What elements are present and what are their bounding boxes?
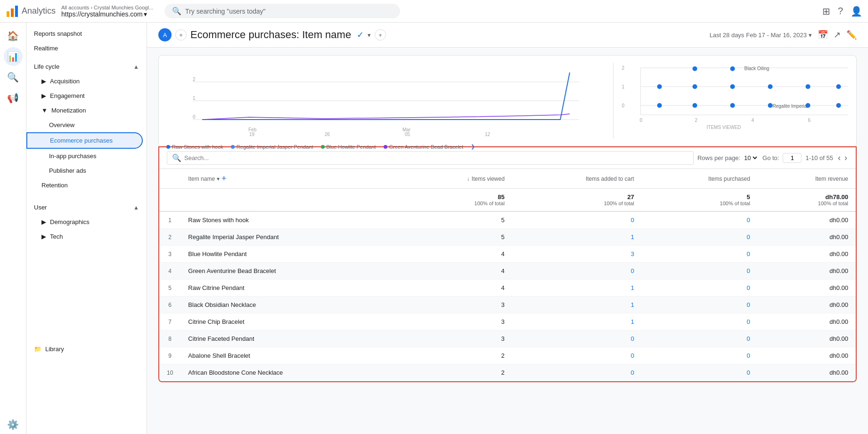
next-page-button[interactable]: ›: [843, 152, 848, 164]
purchased-cell[interactable]: 0: [642, 246, 758, 263]
profile-icon[interactable]: 👤: [851, 6, 862, 17]
data-table: Item name ▾ + ↓ Items viewed: [159, 169, 856, 381]
table-row: 1 Raw Stones with hook 5 0 0 dh0.00: [159, 211, 856, 229]
cart-cell[interactable]: 0: [512, 211, 642, 229]
expand-icon: ▶: [41, 233, 46, 240]
col-item-revenue[interactable]: Item revenue: [758, 169, 856, 189]
legend-more-icon[interactable]: ❯: [471, 144, 475, 150]
legend-item-4: Green Aventurine Bead Bracelet: [384, 144, 464, 150]
viewed-cell: 5: [404, 211, 512, 229]
col-items-viewed[interactable]: ↓ Items viewed: [404, 169, 512, 189]
sidebar-item-ecommerce-purchases[interactable]: Ecommerce purchases: [26, 132, 143, 149]
cart-cell[interactable]: 3: [512, 246, 642, 263]
add-dimension-button[interactable]: +: [221, 174, 227, 184]
edit-icon[interactable]: ✏️: [846, 30, 857, 40]
legend-item-1: Raw Stones with hook: [166, 144, 223, 150]
sidebar-item-in-app-purchases[interactable]: In-app purchases: [26, 149, 143, 163]
sidebar-item-retention[interactable]: Retention: [26, 178, 143, 193]
svg-text:19: 19: [249, 132, 255, 137]
svg-text:05: 05: [405, 132, 410, 137]
date-range-selector[interactable]: Last 28 days Feb 17 - Mar 16, 2023 ▾: [710, 32, 812, 39]
sidebar-item-monetization[interactable]: ▼ Monetization: [26, 103, 143, 118]
viewed-cell: 2: [404, 347, 512, 364]
add-comparison-button[interactable]: +: [375, 29, 386, 40]
search-input[interactable]: [184, 154, 278, 161]
totals-purchased-cell: 5 100% of total: [642, 189, 758, 212]
expand-icon: ▼: [41, 107, 48, 114]
cart-cell[interactable]: 0: [512, 347, 642, 364]
revenue-cell: dh0.00: [758, 211, 856, 229]
chevron-down-icon: ▾: [809, 32, 812, 39]
nav-home-icon[interactable]: 🏠: [4, 26, 23, 45]
table-pagination: Rows per page: 10 25 50 Go to: 1-10 of 5…: [697, 152, 848, 164]
sidebar-item-library[interactable]: 📁 Library: [26, 342, 143, 356]
table-row: 4 Green Aventurine Bead Bracelet 4 0 0 d…: [159, 263, 856, 280]
calendar-icon[interactable]: 📅: [818, 30, 828, 40]
cart-cell[interactable]: 1: [512, 297, 642, 313]
prev-page-button[interactable]: ‹: [837, 152, 842, 164]
col-items-purchased[interactable]: Items purchased: [642, 169, 758, 189]
rank-cell: 3: [159, 246, 180, 263]
sidebar-item-realtime[interactable]: Realtime: [26, 41, 143, 56]
search-bar[interactable]: 🔍 Try searching "users today": [164, 4, 400, 18]
sidebar-item-tech[interactable]: ▶ Tech: [26, 229, 143, 244]
help-icon[interactable]: ?: [838, 6, 843, 16]
purchased-cell[interactable]: 0: [642, 347, 758, 364]
scatter-chart: 2 1 0 0 2 4 6 ITEMS VIEWED: [613, 63, 849, 138]
legend-item-2: Regalite Imperial Jasper Pendant: [231, 144, 313, 150]
purchased-cell[interactable]: 0: [642, 280, 758, 297]
app-logo[interactable]: Analytics: [6, 5, 56, 18]
purchased-cell[interactable]: 0: [642, 211, 758, 229]
totals-rank-cell: [159, 189, 180, 212]
lifecycle-header[interactable]: Life cycle ▲: [26, 59, 147, 74]
nav-reports-icon[interactable]: 📊: [4, 47, 23, 66]
cart-cell[interactable]: 0: [512, 330, 642, 347]
cart-cell[interactable]: 1: [512, 280, 642, 297]
goto-input[interactable]: [783, 153, 802, 163]
scatter-chart-svg: 2 1 0 0 2 4 6 ITEMS VIEWED: [621, 63, 849, 131]
user-section-header[interactable]: User ▲: [26, 200, 147, 215]
grid-icon[interactable]: ⊞: [822, 6, 830, 17]
rows-per-page-select[interactable]: 10 25 50: [742, 154, 759, 162]
avatar: A: [158, 28, 172, 41]
cart-cell[interactable]: 1: [512, 313, 642, 330]
item-name-cell: Citrine Faceted Pendant: [180, 330, 404, 347]
rank-cell: 4: [159, 263, 180, 280]
data-table-container: 🔍 Rows per page: 10 25 50 Go to: 1-10: [158, 146, 857, 382]
sidebar-item-reports-snapshot[interactable]: Reports snapshot: [26, 26, 143, 41]
sidebar-item-demographics[interactable]: ▶ Demographics: [26, 215, 143, 229]
nav-explore-icon[interactable]: 🔍: [4, 68, 23, 87]
purchased-cell[interactable]: 0: [642, 297, 758, 313]
sidebar-item-engagement[interactable]: ▶ Engagement: [26, 88, 143, 103]
col-item-name[interactable]: Item name ▾ +: [180, 169, 404, 189]
verified-icon: ✓: [357, 30, 364, 40]
account-url[interactable]: https://crystalmunchies.com ▾: [61, 10, 153, 18]
purchased-cell[interactable]: 0: [642, 364, 758, 381]
col-items-added-to-cart[interactable]: Items added to cart: [512, 169, 642, 189]
topbar-actions: ⊞ ? 👤: [822, 6, 862, 17]
sidebar-item-publisher-ads[interactable]: Publisher ads: [26, 163, 143, 178]
svg-point-28: [657, 103, 662, 108]
legend-dot-1: [166, 145, 170, 149]
cart-cell[interactable]: 0: [512, 364, 642, 381]
purchased-cell[interactable]: 0: [642, 313, 758, 330]
revenue-cell: dh0.00: [758, 330, 856, 347]
library-icon: 📁: [34, 346, 41, 353]
title-chevron-icon[interactable]: ▾: [368, 32, 371, 39]
share-icon[interactable]: ↗: [834, 30, 841, 40]
svg-point-39: [836, 84, 841, 89]
purchased-cell[interactable]: 0: [642, 263, 758, 280]
table-search-box[interactable]: 🔍: [167, 151, 694, 165]
cart-cell[interactable]: 0: [512, 263, 642, 280]
purchased-cell[interactable]: 0: [642, 229, 758, 246]
legend-dot-4: [384, 145, 387, 149]
purchased-cell[interactable]: 0: [642, 330, 758, 347]
svg-text:2: 2: [695, 118, 698, 123]
nav-advertising-icon[interactable]: 📢: [4, 88, 23, 107]
sidebar-item-overview[interactable]: Overview: [26, 118, 143, 132]
nav-settings-icon[interactable]: ⚙️: [4, 415, 23, 434]
sidebar-item-acquisition[interactable]: ▶ Acquisition: [26, 74, 143, 88]
cart-cell[interactable]: 1: [512, 229, 642, 246]
account-selector[interactable]: All accounts › Crystal Munchies Googl...…: [61, 5, 153, 18]
add-segment-button[interactable]: +: [175, 29, 187, 40]
